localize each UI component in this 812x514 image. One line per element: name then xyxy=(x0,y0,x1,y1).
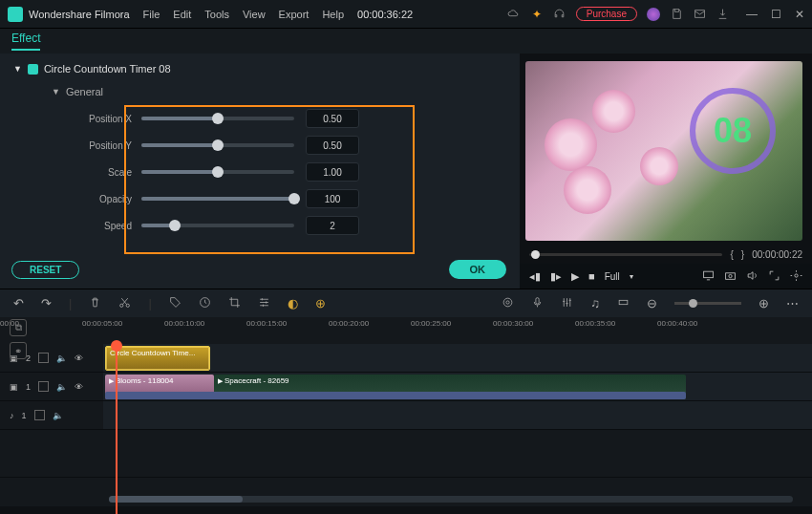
effect-icon[interactable]: ⊕ xyxy=(315,296,326,311)
preview-viewport[interactable]: 08 xyxy=(525,61,802,241)
mute-icon[interactable]: 🔈 xyxy=(56,382,67,392)
menu-tools[interactable]: Tools xyxy=(204,9,229,20)
timeline-toolbar: ↶ ↷ | | ◐ ⊕ ♫ ⊖ ⊕ ⋯ xyxy=(0,289,812,317)
save-icon[interactable] xyxy=(670,8,683,21)
preview-time: 00:00:00:22 xyxy=(752,249,802,260)
sparkle-icon[interactable]: ✦ xyxy=(530,8,544,21)
tag-icon[interactable] xyxy=(169,296,182,311)
zoom-out-button[interactable]: ⊖ xyxy=(647,296,657,311)
tab-effect[interactable]: Effect xyxy=(11,32,40,51)
param-label: Opacity xyxy=(69,194,141,204)
dropdown-icon[interactable]: ▾ xyxy=(630,272,633,281)
headphones-icon[interactable] xyxy=(553,8,566,21)
eye-icon[interactable]: 👁 xyxy=(75,382,83,392)
param-label: Scale xyxy=(69,167,141,178)
countdown-number: 08 xyxy=(714,111,752,151)
settings-icon[interactable] xyxy=(790,269,802,284)
speed-icon[interactable] xyxy=(199,296,211,311)
param-slider[interactable] xyxy=(141,117,294,120)
param-value[interactable]: 2 xyxy=(306,216,359,235)
mixer-icon[interactable] xyxy=(561,296,573,311)
marker-icon[interactable] xyxy=(502,296,514,311)
play-button[interactable]: ▶ xyxy=(571,270,579,283)
lock-icon[interactable] xyxy=(34,410,45,420)
close-button[interactable]: ✕ xyxy=(795,8,804,21)
layer-icon[interactable]: ⧉ xyxy=(10,319,27,336)
audio-strip[interactable] xyxy=(105,392,686,399)
svg-rect-1 xyxy=(704,271,714,278)
download-icon[interactable] xyxy=(716,8,729,21)
crop-icon[interactable] xyxy=(228,296,241,311)
param-slider[interactable] xyxy=(141,170,294,174)
orb-icon[interactable] xyxy=(647,8,660,21)
effect-enabled-checkbox[interactable] xyxy=(28,64,38,75)
maximize-button[interactable]: ☐ xyxy=(771,8,781,21)
lock-icon[interactable] xyxy=(38,353,49,363)
link-icon[interactable]: ⚭ xyxy=(10,342,27,359)
mic-icon[interactable] xyxy=(531,296,544,311)
expand-icon[interactable] xyxy=(768,269,780,284)
cloud-icon[interactable] xyxy=(507,8,521,21)
undo-button[interactable]: ↶ xyxy=(13,296,24,311)
param-value[interactable]: 0.50 xyxy=(306,109,359,128)
ruler-tick: 00:00:30:00 xyxy=(493,319,533,328)
delete-button[interactable] xyxy=(89,296,101,311)
svg-point-4 xyxy=(795,273,798,276)
brace-right[interactable]: } xyxy=(741,249,744,260)
param-value[interactable]: 100 xyxy=(306,189,359,208)
lock-icon[interactable] xyxy=(38,381,49,392)
reset-button[interactable]: RESET xyxy=(11,261,79,279)
preview-scrubber[interactable] xyxy=(529,253,722,256)
svg-rect-10 xyxy=(536,297,539,304)
fx-clip-label: Circle Countdown Time... xyxy=(110,349,195,357)
cut-button[interactable] xyxy=(118,296,131,311)
playhead[interactable] xyxy=(116,344,118,514)
mute-icon[interactable]: 🔈 xyxy=(56,353,67,363)
param-slider[interactable] xyxy=(141,224,294,227)
effect-panel: ▼ Circle Countdown Timer 08 ▼ General Po… xyxy=(0,54,520,289)
zoom-slider[interactable] xyxy=(674,302,741,305)
overflow-icon[interactable]: ⋯ xyxy=(786,296,799,311)
track1-label: 1 xyxy=(26,382,31,392)
step-back-button[interactable]: ▮▸ xyxy=(550,270,562,283)
adjust-icon[interactable] xyxy=(258,296,270,311)
tab-row: Effect xyxy=(0,29,812,54)
camera-icon[interactable] xyxy=(724,269,737,284)
collapse-icon[interactable]: ▼ xyxy=(13,64,22,74)
svg-point-3 xyxy=(729,274,732,277)
mail-icon[interactable] xyxy=(693,8,706,21)
param-value[interactable]: 1.00 xyxy=(306,162,359,182)
param-slider[interactable] xyxy=(141,197,294,201)
music-icon[interactable]: ♫ xyxy=(590,296,600,311)
menu-help[interactable]: Help xyxy=(322,9,344,20)
prev-frame-button[interactable]: ◂▮ xyxy=(529,270,541,283)
param-value[interactable]: 0.50 xyxy=(306,136,359,155)
brace-left[interactable]: { xyxy=(730,249,733,260)
main-menu: File Edit Tools View Export Help xyxy=(143,9,344,20)
stop-button[interactable]: ■ xyxy=(588,270,595,282)
timeline-scrollbar[interactable] xyxy=(109,496,793,503)
param-slider[interactable] xyxy=(141,143,294,147)
fit-icon[interactable] xyxy=(617,296,630,311)
full-label[interactable]: Full xyxy=(605,271,620,282)
svg-rect-11 xyxy=(619,300,628,304)
menu-view[interactable]: View xyxy=(243,9,266,20)
screen-icon[interactable] xyxy=(702,269,715,284)
section-general: General xyxy=(66,86,103,97)
mute-icon[interactable]: 🔈 xyxy=(53,411,63,420)
ruler-tick: 00:00:05:00 xyxy=(82,319,122,328)
redo-button[interactable]: ↷ xyxy=(41,296,52,311)
section-collapse-icon[interactable]: ▼ xyxy=(52,87,60,96)
minimize-button[interactable]: — xyxy=(746,8,758,21)
menu-export[interactable]: Export xyxy=(279,9,310,20)
purchase-button[interactable]: Purchase xyxy=(576,7,637,21)
ok-button[interactable]: OK xyxy=(449,260,507,279)
time-ruler[interactable]: 00:0000:00:05:0000:00:10:0000:00:15:0000… xyxy=(0,317,812,344)
color-icon[interactable]: ◐ xyxy=(288,296,298,311)
menu-file[interactable]: File xyxy=(143,9,160,20)
ruler-tick: 00:00:25:00 xyxy=(411,319,451,328)
menu-edit[interactable]: Edit xyxy=(173,9,191,20)
eye-icon[interactable]: 👁 xyxy=(75,353,83,363)
zoom-in-button[interactable]: ⊕ xyxy=(759,296,769,311)
volume-icon[interactable] xyxy=(746,269,759,284)
